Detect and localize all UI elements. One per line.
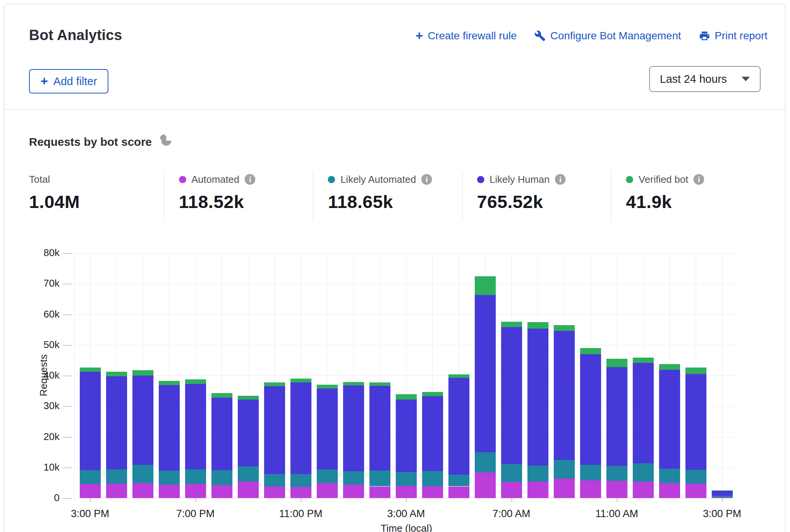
info-icon[interactable]: i — [693, 174, 704, 185]
bar-segment-automated[interactable] — [369, 487, 390, 498]
bar-segment-likely-human[interactable] — [106, 376, 127, 470]
bar-segment-likely-human[interactable] — [580, 354, 601, 465]
bar-segment-automated[interactable] — [527, 482, 548, 498]
info-icon[interactable]: i — [555, 174, 566, 185]
bar-segment-verified-bot[interactable] — [501, 322, 522, 327]
bar-segment-likely-automated[interactable] — [633, 463, 654, 482]
bar-segment-likely-automated[interactable] — [606, 466, 627, 481]
bar-segment-likely-human[interactable] — [527, 329, 548, 466]
bar-segment-automated[interactable] — [606, 481, 627, 498]
bar-segment-likely-human[interactable] — [211, 398, 232, 470]
bar-segment-likely-human[interactable] — [448, 378, 469, 475]
bar-segment-likely-human[interactable] — [501, 327, 522, 464]
bar-segment-likely-human[interactable] — [132, 376, 153, 465]
bar-segment-automated[interactable] — [317, 483, 338, 498]
bar-segment-verified-bot[interactable] — [580, 348, 601, 354]
bar-segment-likely-automated[interactable] — [343, 471, 364, 485]
bar-segment-automated[interactable] — [422, 486, 443, 498]
info-icon[interactable]: i — [245, 174, 255, 185]
bar-segment-likely-human[interactable] — [712, 491, 733, 496]
bar-segment-automated[interactable] — [685, 484, 706, 498]
bar-segment-automated[interactable] — [132, 483, 153, 498]
bar-segment-likely-automated[interactable] — [580, 465, 601, 481]
bar-segment-verified-bot[interactable] — [633, 358, 654, 363]
bar-segment-automated[interactable] — [501, 482, 522, 498]
bar-segment-verified-bot[interactable] — [554, 325, 575, 331]
bar-segment-automated[interactable] — [80, 484, 101, 498]
bar-segment-automated[interactable] — [659, 483, 680, 498]
bar-segment-likely-human[interactable] — [475, 295, 496, 452]
bar-segment-verified-bot[interactable] — [211, 393, 232, 398]
bar-segment-likely-automated[interactable] — [211, 470, 232, 485]
bar-segment-likely-human[interactable] — [238, 400, 259, 466]
bar-segment-likely-automated[interactable] — [185, 469, 206, 484]
bar-segment-verified-bot[interactable] — [448, 374, 469, 378]
bar-segment-likely-automated[interactable] — [132, 465, 153, 483]
bar-segment-verified-bot[interactable] — [712, 490, 733, 491]
bar-segment-automated[interactable] — [290, 487, 311, 498]
bar-segment-verified-bot[interactable] — [290, 379, 311, 382]
bar-segment-verified-bot[interactable] — [606, 359, 627, 367]
bar-segment-likely-human[interactable] — [422, 396, 443, 471]
bar-segment-likely-automated[interactable] — [527, 466, 548, 482]
bar-segment-verified-bot[interactable] — [343, 382, 364, 386]
bar-segment-likely-automated[interactable] — [554, 460, 575, 478]
bar-segment-automated[interactable] — [396, 486, 417, 498]
bar-segment-automated[interactable] — [712, 497, 733, 498]
bar-segment-likely-automated[interactable] — [501, 464, 522, 482]
bar-segment-verified-bot[interactable] — [264, 382, 285, 386]
bar-segment-likely-automated[interactable] — [317, 469, 338, 483]
bar-segment-verified-bot[interactable] — [396, 394, 417, 400]
bar-segment-automated[interactable] — [211, 485, 232, 498]
bar-segment-likely-human[interactable] — [369, 386, 390, 470]
bar-segment-likely-automated[interactable] — [238, 466, 259, 482]
bar-segment-automated[interactable] — [448, 487, 469, 498]
bar-segment-verified-bot[interactable] — [659, 364, 680, 369]
bar-segment-verified-bot[interactable] — [185, 379, 206, 384]
bar-segment-likely-automated[interactable] — [290, 474, 311, 487]
bar-segment-likely-automated[interactable] — [475, 452, 496, 472]
bar-segment-likely-human[interactable] — [396, 400, 417, 472]
create-firewall-rule-link[interactable]: + Create firewall rule — [416, 29, 517, 42]
bar-segment-likely-automated[interactable] — [685, 470, 706, 484]
bar-segment-likely-human[interactable] — [554, 331, 575, 460]
bar-segment-verified-bot[interactable] — [527, 322, 548, 329]
bar-segment-verified-bot[interactable] — [475, 276, 496, 295]
bar-segment-automated[interactable] — [633, 482, 654, 498]
bar-segment-likely-automated[interactable] — [396, 472, 417, 486]
bar-segment-likely-human[interactable] — [606, 367, 627, 466]
bar-segment-likely-human[interactable] — [80, 372, 101, 470]
bar-segment-automated[interactable] — [554, 479, 575, 498]
bar-segment-likely-automated[interactable] — [659, 469, 680, 483]
bar-segment-verified-bot[interactable] — [132, 370, 153, 376]
configure-bot-management-link[interactable]: Configure Bot Management — [534, 30, 681, 42]
info-icon[interactable]: i — [421, 174, 432, 185]
bar-segment-verified-bot[interactable] — [422, 392, 443, 396]
bar-segment-verified-bot[interactable] — [159, 381, 180, 385]
bar-segment-likely-automated[interactable] — [422, 471, 443, 486]
bar-segment-verified-bot[interactable] — [369, 382, 390, 386]
bar-segment-likely-automated[interactable] — [712, 496, 733, 497]
bar-segment-verified-bot[interactable] — [80, 368, 101, 372]
bar-segment-verified-bot[interactable] — [106, 372, 127, 376]
bar-segment-likely-automated[interactable] — [448, 475, 469, 486]
bar-segment-automated[interactable] — [343, 485, 364, 498]
bar-segment-likely-human[interactable] — [159, 385, 180, 471]
bar-segment-automated[interactable] — [580, 480, 601, 498]
bar-segment-automated[interactable] — [238, 482, 259, 498]
bar-segment-likely-human[interactable] — [685, 374, 706, 470]
bar-segment-automated[interactable] — [106, 484, 127, 498]
bar-segment-verified-bot[interactable] — [685, 368, 706, 374]
print-report-link[interactable]: Print report — [699, 30, 768, 42]
bar-segment-likely-human[interactable] — [264, 386, 285, 474]
bar-segment-likely-automated[interactable] — [264, 474, 285, 487]
bar-segment-automated[interactable] — [159, 485, 180, 498]
bar-segment-likely-human[interactable] — [659, 370, 680, 469]
bar-segment-likely-automated[interactable] — [159, 471, 180, 485]
bar-segment-likely-human[interactable] — [343, 385, 364, 471]
bar-segment-likely-human[interactable] — [633, 363, 654, 463]
bar-segment-automated[interactable] — [475, 472, 496, 498]
bar-segment-likely-automated[interactable] — [369, 471, 390, 487]
bar-segment-likely-automated[interactable] — [106, 469, 127, 484]
add-filter-button[interactable]: + Add filter — [29, 69, 108, 94]
